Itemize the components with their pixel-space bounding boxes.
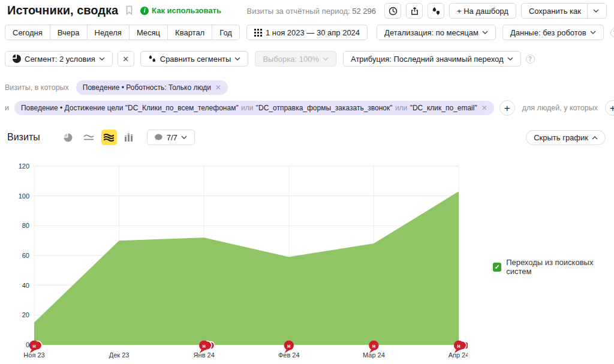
add-visit-condition-button[interactable]: + xyxy=(499,100,515,116)
clock-icon xyxy=(389,7,398,16)
history-button[interactable] xyxy=(384,3,401,19)
compare-segments-button[interactable]: Сравнить сегменты xyxy=(140,51,249,67)
segment-button[interactable]: Сегмент: 2 условия xyxy=(5,51,113,67)
hide-chart-button[interactable]: Скрыть график xyxy=(526,130,606,145)
date-preset-group: Сегодня Вчера Неделя Месяц Квартал Год xyxy=(5,25,240,40)
chart-type-line-button[interactable] xyxy=(81,130,97,145)
x-axis-label: Мар 24 xyxy=(363,351,385,359)
page-title: Источники, сводка xyxy=(7,4,118,17)
visits-period-value: 52 296 xyxy=(352,7,376,16)
add-to-dashboard-button[interactable]: + На дашборд xyxy=(449,3,516,19)
marker-letter: н xyxy=(202,343,205,349)
columns-chart-icon xyxy=(124,133,134,142)
marker-letter: н xyxy=(287,343,290,349)
y-axis-tick: 20 xyxy=(22,311,29,318)
save-as-button[interactable]: Сохранить как xyxy=(521,3,607,19)
calendar-grid-icon xyxy=(254,29,262,37)
people-condition-label: для людей, у которых xyxy=(522,104,598,112)
y-axis-tick: 40 xyxy=(22,282,29,289)
attribution-help-icon[interactable]: ? xyxy=(526,55,535,64)
save-as-chevron[interactable] xyxy=(587,4,599,18)
preset-month-button[interactable]: Месяц xyxy=(129,25,168,40)
legend-item-search-traffic[interactable]: ✓ Переходы из поисковых систем xyxy=(493,258,614,276)
how-to-use-link[interactable]: i Как использовать xyxy=(140,6,221,15)
goals-condition-text: Поведение • Достижение цели "DC_Клики_по… xyxy=(21,104,477,112)
visits-condition-label: Визиты, в которых xyxy=(5,83,69,92)
preset-yesterday-button[interactable]: Вчера xyxy=(50,25,88,40)
data-mode-select[interactable]: Данные: без роботов xyxy=(502,25,604,40)
x-axis-label: Ноя 23 xyxy=(23,351,44,359)
drops-icon xyxy=(432,7,441,16)
segment-clear-button[interactable]: ✕ xyxy=(118,51,134,67)
preset-today-button[interactable]: Сегодня xyxy=(5,25,50,40)
visits-period: Визиты за отчётный период: 52 296 xyxy=(247,7,376,16)
legend-label: Переходы из поисковых систем xyxy=(506,258,614,276)
goals-condition-chip[interactable]: Поведение • Достижение цели "DC_Клики_по… xyxy=(14,101,494,115)
chip-close-icon[interactable]: ✕ xyxy=(215,83,221,92)
robotness-condition-chip[interactable]: Поведение • Роботность: Только люди ✕ xyxy=(76,80,228,95)
marker-letter: н xyxy=(457,343,460,349)
line-chart-icon xyxy=(83,134,94,142)
y-axis-tick: 100 xyxy=(19,192,29,200)
marker-letter: н xyxy=(372,343,375,349)
y-axis-tick: 60 xyxy=(22,252,29,259)
data-mode-help-icon[interactable]: ? xyxy=(610,28,614,37)
chart-type-pie-button[interactable] xyxy=(61,130,76,145)
y-axis-tick: 120 xyxy=(19,163,29,170)
pie-chart-icon xyxy=(64,133,73,142)
metrica-goals-button[interactable] xyxy=(428,3,444,19)
date-range-button[interactable]: 1 ноя 2023 — 30 апр 2024 xyxy=(246,25,368,40)
speech-bubble-icon xyxy=(155,134,163,142)
visits-chart: 020406080100120Ноя 23Дек 23Янв 24Фев 24М… xyxy=(12,157,468,361)
export-button[interactable] xyxy=(406,3,423,19)
and-label: и xyxy=(5,104,9,112)
preset-quarter-button[interactable]: Квартал xyxy=(167,25,212,40)
chart-title: Визиты xyxy=(7,132,40,143)
detalization-select[interactable]: Детализация: по месяцам xyxy=(377,25,496,40)
chart-type-area-button[interactable] xyxy=(101,130,117,145)
preset-week-button[interactable]: Неделя xyxy=(87,25,130,40)
attribution-select[interactable]: Атрибуция: Последний значимый переход xyxy=(343,51,521,67)
compare-drops-icon xyxy=(148,55,156,63)
y-axis-tick: 0 xyxy=(26,341,29,348)
x-axis-label: Дек 23 xyxy=(109,351,130,359)
x-axis-label: Янв 24 xyxy=(194,351,215,359)
add-people-condition-button[interactable]: + xyxy=(605,100,614,116)
annotations-dropdown[interactable]: 7/7 xyxy=(147,130,195,145)
marker-letter: н xyxy=(32,343,35,349)
chip-close-icon[interactable]: ✕ xyxy=(481,104,487,112)
x-axis-label: Фев 24 xyxy=(278,351,300,359)
x-axis-label: Апр 24 xyxy=(449,351,468,359)
pie-icon xyxy=(13,55,21,63)
chart-type-columns-button[interactable] xyxy=(122,130,137,145)
sampling-select[interactable]: Выборка: 100% xyxy=(255,51,336,67)
bookmark-icon[interactable] xyxy=(125,5,133,16)
legend-checkbox-checked-icon[interactable]: ✓ xyxy=(493,263,501,272)
export-icon xyxy=(410,7,419,16)
area-chart-icon xyxy=(104,134,114,142)
area-series[interactable] xyxy=(34,191,459,345)
info-icon: i xyxy=(140,7,149,15)
y-axis-tick: 80 xyxy=(22,222,29,229)
metrica-report-page: Источники, сводка i Как использовать Виз… xyxy=(0,0,614,364)
preset-year-button[interactable]: Год xyxy=(212,25,240,40)
